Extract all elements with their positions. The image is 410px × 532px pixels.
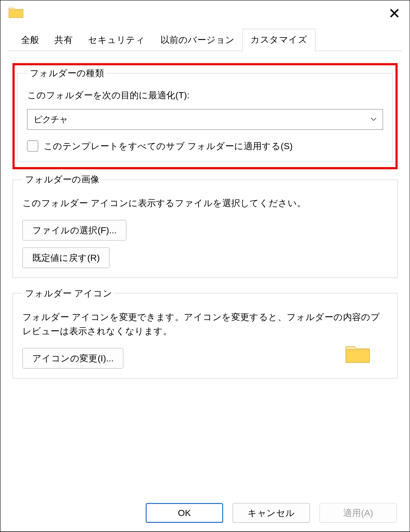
optimize-for-selected-value: ピクチャ xyxy=(34,114,68,125)
tab-security[interactable]: セキュリティ xyxy=(80,30,152,51)
folder-icon-description: フォルダー アイコンを変更できます。アイコンを変更すると、フォルダーの内容のプレ… xyxy=(22,310,388,338)
folder-image-description: このフォルダー アイコンに表示するファイルを選択してください。 xyxy=(22,196,388,210)
folder-image-legend: フォルダーの画像 xyxy=(22,173,102,186)
apply-button: 適用(A) xyxy=(319,503,397,523)
apply-subfolders-row[interactable]: このテンプレートをすべてのサブ フォルダーに適用する(S) xyxy=(27,140,383,152)
tab-bar: 全般 共有 セキュリティ 以前のバージョン カスタマイズ xyxy=(0,26,410,51)
group-folder-icon: フォルダー アイコン フォルダー アイコンを変更できます。アイコンを変更すると、… xyxy=(12,287,398,378)
group-folder-type: フォルダーの種類 このフォルダーを次の目的に最適化(T): ピクチャ このテンプ… xyxy=(17,67,393,162)
tab-customize[interactable]: カスタマイズ xyxy=(242,29,316,51)
apply-subfolders-checkbox[interactable] xyxy=(27,141,38,152)
group-folder-image: フォルダーの画像 このフォルダー アイコンに表示するファイルを選択してください。… xyxy=(12,173,398,278)
tab-previous-versions[interactable]: 以前のバージョン xyxy=(152,30,242,51)
cancel-button[interactable]: キャンセル xyxy=(233,503,310,523)
folder-type-legend: フォルダーの種類 xyxy=(27,67,107,79)
choose-file-button[interactable]: ファイルの選択(F)... xyxy=(22,220,127,240)
titlebar: ✕ xyxy=(0,0,410,26)
tab-general[interactable]: 全般 xyxy=(13,30,47,51)
highlight-annotation: フォルダーの種類 このフォルダーを次の目的に最適化(T): ピクチャ このテンプ… xyxy=(12,63,398,169)
tab-sharing[interactable]: 共有 xyxy=(47,30,80,51)
ok-button[interactable]: OK xyxy=(146,503,223,523)
folder-icon xyxy=(8,5,23,22)
close-button[interactable]: ✕ xyxy=(382,1,406,25)
optimize-for-label: このフォルダーを次の目的に最適化(T): xyxy=(27,89,383,101)
restore-default-button[interactable]: 既定値に戻す(R) xyxy=(22,247,110,268)
chevron-down-icon xyxy=(371,115,377,125)
properties-dialog: ✕ 全般 共有 セキュリティ 以前のバージョン カスタマイズ フォルダーの種類 … xyxy=(0,0,410,532)
dialog-button-bar: OK キャンセル 適用(A) xyxy=(0,495,410,531)
folder-preview-icon xyxy=(345,343,388,366)
optimize-for-select[interactable]: ピクチャ xyxy=(27,109,383,130)
apply-subfolders-label: このテンプレートをすべてのサブ フォルダーに適用する(S) xyxy=(44,140,293,152)
folder-icon-legend: フォルダー アイコン xyxy=(22,287,115,299)
change-icon-button[interactable]: アイコンの変更(I)... xyxy=(22,348,124,368)
tab-content: フォルダーの種類 このフォルダーを次の目的に最適化(T): ピクチャ このテンプ… xyxy=(0,51,410,378)
